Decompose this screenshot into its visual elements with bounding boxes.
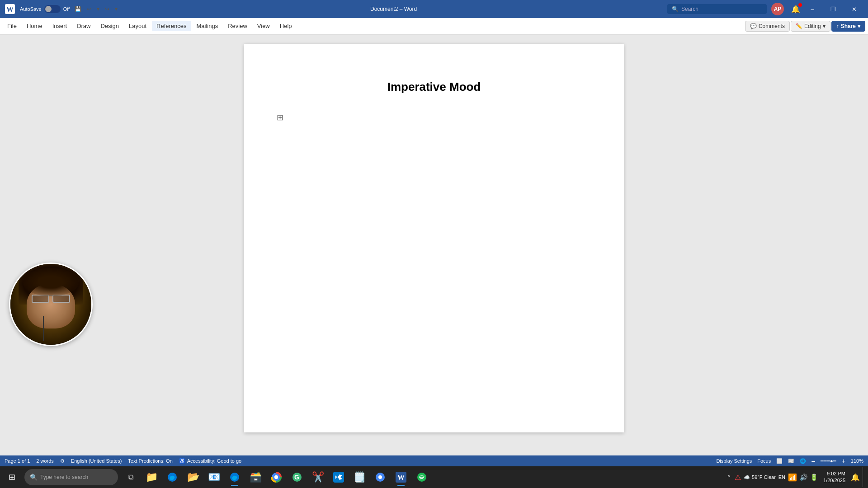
track-changes-icon[interactable]: ⚙ xyxy=(60,458,65,464)
show-desktop-button[interactable] xyxy=(863,467,866,487)
tray-show-hidden[interactable]: ^ xyxy=(726,472,732,482)
view-normal-icon[interactable]: ⬜ xyxy=(776,458,783,464)
undo-button[interactable]: ↩ xyxy=(85,5,94,13)
menu-draw[interactable]: Draw xyxy=(72,21,95,31)
notifications-button[interactable]: 🔔 xyxy=(789,3,802,15)
taskbar-app-edge2[interactable] xyxy=(225,467,245,487)
taskbar-app-edge[interactable] xyxy=(162,467,182,487)
zoom-slider[interactable]: ━━━●━ xyxy=(821,458,836,464)
menu-layout[interactable]: Layout xyxy=(124,21,151,31)
autosave-area: AutoSave Off xyxy=(20,5,70,13)
pencil-icon: ✏️ xyxy=(796,23,802,29)
autosave-state: Off xyxy=(63,6,70,12)
restore-button[interactable]: ❐ xyxy=(823,0,844,18)
close-button[interactable]: ✕ xyxy=(844,0,864,18)
language-text: English (United States) xyxy=(71,458,122,464)
document-heading: Imperative Mood xyxy=(280,80,588,94)
minimize-button[interactable]: – xyxy=(802,0,823,18)
accessibility[interactable]: ♿ Accessibility: Good to go xyxy=(179,458,241,464)
taskbar-app-word[interactable]: W xyxy=(391,467,411,487)
menu-mailings[interactable]: Mailings xyxy=(192,21,223,31)
autosave-toggle[interactable] xyxy=(44,5,61,13)
word-count[interactable]: 2 words xyxy=(36,458,54,464)
menu-references[interactable]: References xyxy=(152,21,191,31)
formatting-icon: ⊞ xyxy=(277,113,283,122)
start-button[interactable]: ⊞ xyxy=(2,467,22,487)
redo-button[interactable]: ↪ xyxy=(103,5,112,13)
taskbar-app-spotify[interactable] xyxy=(412,467,432,487)
main-area: Imperative Mood ⊞ xyxy=(0,35,868,470)
zoom-level[interactable]: 110% xyxy=(851,458,863,464)
editing-dropdown-icon: ▾ xyxy=(823,23,826,29)
view-print-icon[interactable]: 📰 xyxy=(788,458,794,464)
menu-help[interactable]: Help xyxy=(275,21,297,31)
taskbar-app-explorer[interactable]: 📁 xyxy=(142,467,161,487)
search-input[interactable] xyxy=(681,6,754,12)
menu-insert[interactable]: Insert xyxy=(48,21,72,31)
system-clock[interactable]: 9:02 PM 1/20/2025 xyxy=(821,470,848,484)
taskbar-app-chrome2[interactable]: G xyxy=(287,467,307,487)
webcam-feed xyxy=(10,264,91,345)
title-search-box[interactable]: 🔍 xyxy=(667,4,767,14)
tray-battery[interactable]: 🔋 xyxy=(810,474,818,481)
text-predictions[interactable]: Text Predictions: On xyxy=(128,458,172,464)
user-avatar[interactable]: AP xyxy=(771,3,784,15)
menu-review[interactable]: Review xyxy=(223,21,252,31)
accessibility-icon: ♿ xyxy=(179,458,185,464)
svg-text:G: G xyxy=(294,474,299,481)
share-icon: ↑ xyxy=(836,23,839,29)
taskbar-app-folder[interactable]: 📂 xyxy=(183,467,203,487)
task-view-button[interactable]: ⧉ xyxy=(121,467,141,487)
comment-icon: 💬 xyxy=(750,23,757,29)
taskbar-app-scissors[interactable]: ✂️ xyxy=(308,467,328,487)
save-button[interactable]: 💾 xyxy=(72,5,84,13)
zoom-out-button[interactable]: – xyxy=(811,457,815,465)
language-selector[interactable]: English (United States) xyxy=(71,458,122,464)
title-bar: W AutoSave Off 💾 ↩ ▾ ↪ ▾ Document2 – Wor… xyxy=(0,0,868,18)
tray-error[interactable]: ⚠ xyxy=(735,473,741,482)
svg-point-11 xyxy=(378,475,382,479)
taskbar-search-icon: 🔍 xyxy=(30,474,38,481)
document-area[interactable]: Imperative Mood ⊞ xyxy=(0,35,868,470)
tray-weather[interactable]: ☁️ 59°F Clear xyxy=(744,474,776,480)
tray-network[interactable]: 📶 xyxy=(788,473,797,482)
word-logo-icon: W xyxy=(4,3,16,15)
svg-text:W: W xyxy=(6,5,14,13)
menu-bar: File Home Insert Draw Design Layout Refe… xyxy=(0,18,868,34)
document-page[interactable]: Imperative Mood ⊞ xyxy=(244,44,624,432)
menu-file[interactable]: File xyxy=(3,21,21,31)
comments-button[interactable]: 💬 Comments xyxy=(745,21,790,32)
share-button[interactable]: ↑ Share ▾ xyxy=(831,21,865,32)
taskbar-app-chrome3[interactable] xyxy=(370,467,390,487)
system-tray: ^ ⚠ ☁️ 59°F Clear EN 📶 🔊 🔋 9:02 PM 1/20/… xyxy=(726,467,866,487)
taskbar-search[interactable]: 🔍 xyxy=(24,469,118,485)
autosave-label: AutoSave xyxy=(20,6,42,12)
customize-qa[interactable]: ▾ xyxy=(113,5,120,13)
taskbar-app-chrome[interactable] xyxy=(266,467,286,487)
tray-speaker[interactable]: 🔊 xyxy=(800,474,807,481)
text-predictions-text: Text Predictions: On xyxy=(128,458,172,464)
taskbar-app-outlook[interactable]: 📧 xyxy=(204,467,224,487)
menu-home[interactable]: Home xyxy=(22,21,47,31)
svg-point-6 xyxy=(274,475,278,479)
page-info[interactable]: Page 1 of 1 xyxy=(5,458,30,464)
display-settings-button[interactable]: Display Settings xyxy=(716,458,752,464)
focus-button[interactable]: Focus xyxy=(757,458,771,464)
accessibility-text: Accessibility: Good to go xyxy=(187,458,241,464)
tray-language[interactable]: EN xyxy=(778,474,785,480)
menu-view[interactable]: View xyxy=(253,21,274,31)
search-icon: 🔍 xyxy=(672,6,679,12)
editing-button[interactable]: ✏️ Editing ▾ xyxy=(791,21,830,32)
comments-label: Comments xyxy=(759,23,785,29)
view-web-icon[interactable]: 🌐 xyxy=(800,458,806,464)
taskbar-search-input[interactable] xyxy=(40,474,113,480)
menu-design[interactable]: Design xyxy=(96,21,123,31)
page-info-text: Page 1 of 1 xyxy=(5,458,30,464)
notification-center-button[interactable]: 🔔 xyxy=(851,473,860,482)
taskbar-app-vscode[interactable] xyxy=(329,467,349,487)
taskbar-app-db[interactable]: 🗒️ xyxy=(349,467,369,487)
zoom-in-button[interactable]: + xyxy=(842,457,845,465)
webcam-overlay xyxy=(9,263,93,346)
undo-dropdown[interactable]: ▾ xyxy=(94,5,102,13)
taskbar-app-files[interactable]: 🗃️ xyxy=(245,467,265,487)
